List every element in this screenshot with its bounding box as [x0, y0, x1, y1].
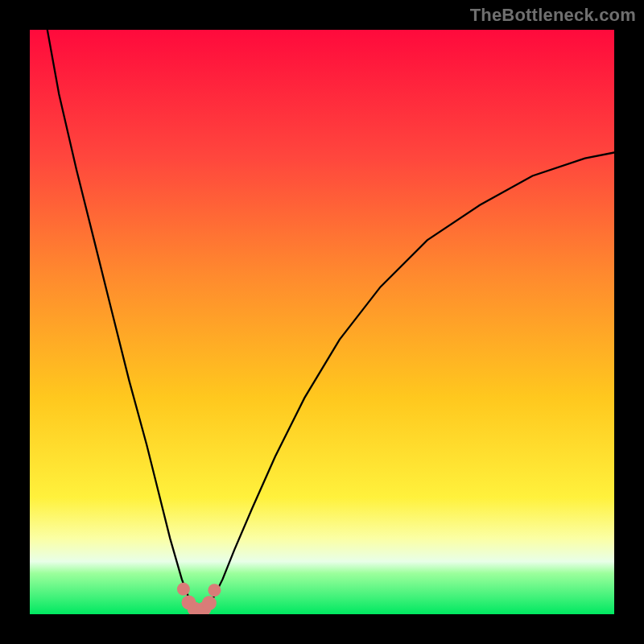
watermark-text: TheBottleneck.com — [470, 5, 636, 26]
chart-stage: TheBottleneck.com — [0, 0, 644, 644]
plot-area — [30, 30, 614, 614]
